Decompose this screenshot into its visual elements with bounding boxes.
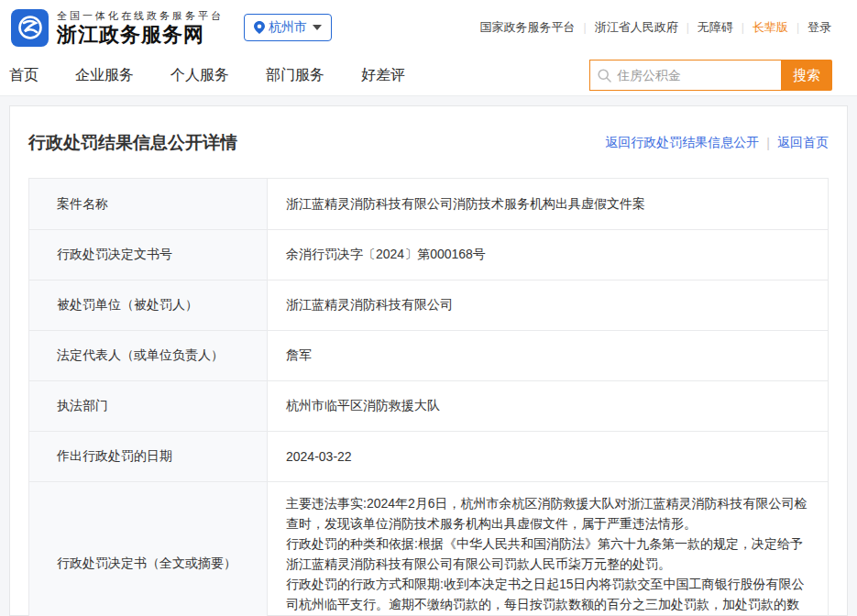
row-value: 余消行罚决字〔2024〕第000168号 xyxy=(268,230,828,280)
link-national-platform[interactable]: 国家政务服务平台 xyxy=(480,19,576,36)
panel-header: 行政处罚结果信息公开详情 返回行政处罚结果信息公开 | 返回首页 xyxy=(10,106,847,178)
platform-tagline: 全国一体化在线政务服务平台 xyxy=(57,9,224,23)
nav-item-department-services[interactable]: 部门服务 xyxy=(266,66,324,85)
brand-text: 全国一体化在线政务服务平台 浙江政务服务网 xyxy=(57,9,224,46)
search-input[interactable] xyxy=(617,68,774,82)
back-to-list-link[interactable]: 返回行政处罚结果信息公开 xyxy=(605,135,759,151)
row-label: 作出行政处罚的日期 xyxy=(29,432,268,481)
table-row-enforcement-department: 执法部门 杭州市临平区消防救援大队 xyxy=(29,380,828,431)
row-label: 被处罚单位（被处罚人） xyxy=(29,280,268,330)
page-title: 行政处罚结果信息公开详情 xyxy=(28,131,237,155)
site-logo-icon xyxy=(11,9,49,47)
nav-item-enterprise-services[interactable]: 企业服务 xyxy=(75,66,134,85)
divider: | xyxy=(687,21,689,34)
row-value: 浙江蓝精灵消防科技有限公司消防技术服务机构出具虚假文件案 xyxy=(268,179,828,229)
nav-bar: 首页 企业服务 个人服务 部门服务 好差评 搜索 xyxy=(0,55,857,96)
location-pin-icon xyxy=(254,21,265,34)
city-selector[interactable]: 杭州市 xyxy=(244,14,332,41)
row-value: 2024-03-22 xyxy=(268,432,828,481)
nav-item-home[interactable]: 首页 xyxy=(9,66,38,85)
table-row-punished-unit: 被处罚单位（被处罚人） 浙江蓝精灵消防科技有限公司 xyxy=(29,280,828,330)
row-value: 浙江蓝精灵消防科技有限公司 xyxy=(268,280,828,330)
link-elder-version[interactable]: 长辈版 xyxy=(753,19,788,36)
divider: | xyxy=(584,21,587,34)
search-bar: 搜索 xyxy=(589,60,832,91)
search-icon xyxy=(598,69,611,82)
row-label: 行政处罚决定书（全文或摘要） xyxy=(29,482,268,616)
row-value: 杭州市临平区消防救援大队 xyxy=(268,381,828,431)
main-area: 行政处罚结果信息公开详情 返回行政处罚结果信息公开 | 返回首页 案件名称 浙江… xyxy=(0,96,857,616)
link-accessibility[interactable]: 无障碍 xyxy=(698,19,733,36)
row-label: 执法部门 xyxy=(29,381,268,431)
table-row-penalty-date: 作出行政处罚的日期 2024-03-22 xyxy=(29,431,828,481)
row-value: 主要违法事实:2024年2月6日，杭州市余杭区消防救援大队对浙江蓝精灵消防科技有… xyxy=(268,482,828,616)
chevron-down-icon xyxy=(313,25,322,30)
row-label: 案件名称 xyxy=(29,179,268,229)
link-login[interactable]: 登录 xyxy=(808,19,831,36)
main-nav: 首页 企业服务 个人服务 部门服务 好差评 xyxy=(9,66,405,85)
top-links: 国家政务服务平台 | 浙江省人民政府 | 无障碍 | 长辈版 | 登录 xyxy=(480,19,832,36)
content-panel: 行政处罚结果信息公开详情 返回行政处罚结果信息公开 | 返回首页 案件名称 浙江… xyxy=(9,105,848,616)
search-button[interactable]: 搜索 xyxy=(781,60,832,91)
row-label: 法定代表人（或单位负责人） xyxy=(29,331,268,380)
back-to-home-link[interactable]: 返回首页 xyxy=(777,135,829,151)
penalty-detail-table: 案件名称 浙江蓝精灵消防科技有限公司消防技术服务机构出具虚假文件案 行政处罚决定… xyxy=(28,178,829,616)
divider: | xyxy=(742,21,744,34)
nav-item-rating[interactable]: 好差评 xyxy=(361,66,405,85)
city-selector-label: 杭州市 xyxy=(269,19,307,36)
table-row-document-number: 行政处罚决定文书号 余消行罚决字〔2024〕第000168号 xyxy=(29,229,828,280)
header-links: 返回行政处罚结果信息公开 | 返回首页 xyxy=(605,135,829,151)
brand: 全国一体化在线政务服务平台 浙江政务服务网 杭州市 xyxy=(11,9,332,47)
link-provincial-gov[interactable]: 浙江省人民政府 xyxy=(595,19,678,36)
table-row-legal-representative: 法定代表人（或单位负责人） 詹军 xyxy=(29,330,828,380)
search-box xyxy=(589,60,781,91)
top-bar: 全国一体化在线政务服务平台 浙江政务服务网 杭州市 国家政务服务平台 | 浙江省… xyxy=(0,0,857,55)
nav-item-personal-services[interactable]: 个人服务 xyxy=(170,66,229,85)
divider: | xyxy=(797,21,799,34)
site-name: 浙江政务服务网 xyxy=(57,23,224,46)
row-value: 詹军 xyxy=(268,331,828,380)
table-row-case-name: 案件名称 浙江蓝精灵消防科技有限公司消防技术服务机构出具虚假文件案 xyxy=(29,179,828,229)
table-row-penalty-decision: 行政处罚决定书（全文或摘要） 主要违法事实:2024年2月6日，杭州市余杭区消防… xyxy=(29,481,828,616)
divider: | xyxy=(766,136,770,150)
row-label: 行政处罚决定文书号 xyxy=(29,230,268,280)
